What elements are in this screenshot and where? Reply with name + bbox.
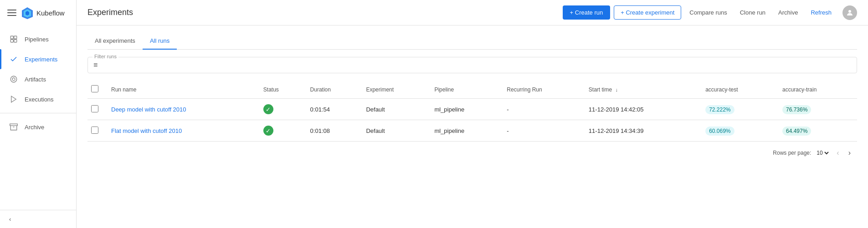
svg-rect-4: [14, 36, 17, 39]
sort-desc-icon: ↓: [616, 87, 618, 92]
th-pipeline[interactable]: Pipeline: [429, 81, 501, 99]
rows-per-page-select[interactable]: 10 5 20 50: [815, 149, 830, 157]
artifacts-icon: [9, 75, 18, 84]
sidebar-item-executions[interactable]: Executions: [0, 89, 76, 109]
svg-point-8: [10, 76, 17, 82]
sidebar-item-label-artifacts: Artifacts: [25, 76, 46, 83]
th-status[interactable]: Status: [258, 81, 305, 99]
clone-run-button[interactable]: Clone run: [735, 5, 770, 20]
kubeflow-logo-icon: [21, 6, 34, 19]
svg-marker-9: [11, 96, 16, 102]
tabs-bar: All experiments All runs: [87, 33, 857, 50]
compare-runs-button[interactable]: Compare runs: [685, 5, 731, 20]
run-name-link-2[interactable]: Flat model with cutoff 2010: [111, 127, 182, 134]
main-content: Experiments + Create run + Create experi…: [77, 0, 868, 228]
filter-bar[interactable]: Filter runs ≡: [87, 57, 857, 73]
td-duration-2: 0:01:08: [305, 120, 361, 142]
status-success-icon-2: ✓: [263, 126, 273, 136]
td-accuracy-test-1: 72.222%: [700, 99, 777, 120]
app-name: Kubeflow: [36, 9, 65, 17]
hamburger-icon[interactable]: [7, 10, 16, 16]
accuracy-train-chip-1: 76.736%: [782, 105, 811, 114]
sidebar-item-experiments[interactable]: Experiments: [0, 49, 76, 69]
sidebar-header: Kubeflow: [0, 0, 76, 25]
svg-point-12: [848, 10, 851, 13]
td-accuracy-train-1: 76.736%: [777, 99, 857, 120]
archive-icon: [9, 122, 18, 132]
td-pipeline-1: ml_pipeline: [429, 99, 501, 120]
table-header-row: Run name Status Duration Experiment Pipe: [87, 81, 857, 99]
td-check-1[interactable]: [87, 99, 106, 120]
tab-all-experiments[interactable]: All experiments: [87, 33, 143, 50]
tab-all-runs[interactable]: All runs: [143, 33, 177, 50]
td-run-name-1[interactable]: Deep model with cutoff 2010: [106, 99, 258, 120]
td-start-time-1: 11-12-2019 14:42:05: [583, 99, 700, 120]
td-recurring-2: -: [501, 120, 583, 142]
td-status-1: ✓: [258, 99, 305, 120]
sidebar-nav: Pipelines Experiments Artifacts: [0, 25, 76, 210]
logo: Kubeflow: [21, 6, 65, 19]
sidebar-item-archive[interactable]: Archive: [0, 117, 76, 137]
th-select-all[interactable]: [87, 81, 106, 99]
th-recurring-run[interactable]: Recurring Run: [501, 81, 583, 99]
archive-button[interactable]: Archive: [774, 5, 802, 20]
svg-rect-5: [10, 40, 13, 42]
experiments-icon: [9, 55, 18, 64]
user-avatar[interactable]: [842, 5, 857, 20]
pagination-prev-button[interactable]: ‹: [834, 147, 842, 159]
td-recurring-1: -: [501, 99, 583, 120]
th-run-name[interactable]: Run name: [106, 81, 258, 99]
td-experiment-2: Default: [360, 120, 429, 142]
table-row: Flat model with cutoff 2010 ✓ 0:01:08 De…: [87, 120, 857, 142]
th-start-time[interactable]: Start time ↓: [583, 81, 700, 99]
pagination-next-button[interactable]: ›: [846, 147, 853, 159]
svg-point-7: [12, 78, 15, 81]
nav-divider: [0, 113, 76, 113]
svg-rect-6: [14, 40, 17, 42]
td-start-time-2: 11-12-2019 14:34:39: [583, 120, 700, 142]
executions-icon: [9, 95, 18, 104]
filter-label: Filter runs: [92, 54, 118, 59]
top-actions: + Create run + Create experiment Compare…: [563, 5, 836, 20]
td-status-2: ✓: [258, 120, 305, 142]
td-check-2[interactable]: [87, 120, 106, 142]
row-checkbox-1[interactable]: [91, 105, 98, 112]
td-pipeline-2: ml_pipeline: [429, 120, 501, 142]
td-duration-1: 0:01:54: [305, 99, 361, 120]
collapse-icon: ‹: [9, 216, 11, 223]
pagination-bar: Rows per page: 10 5 20 50 ‹ ›: [87, 142, 857, 164]
sidebar-item-label-executions: Executions: [25, 96, 54, 103]
svg-rect-10: [10, 124, 18, 126]
td-accuracy-test-2: 60.069%: [700, 120, 777, 142]
td-experiment-1: Default: [360, 99, 429, 120]
pipelines-icon: [9, 35, 18, 44]
table-row: Deep model with cutoff 2010 ✓ 0:01:54 De…: [87, 99, 857, 120]
filter-icon: ≡: [93, 61, 98, 69]
sidebar-item-artifacts[interactable]: Artifacts: [0, 69, 76, 89]
td-accuracy-train-2: 64.497%: [777, 120, 857, 142]
th-accuracy-train[interactable]: accuracy-train: [777, 81, 857, 99]
sidebar: Kubeflow Pipelines Experiments: [0, 0, 77, 228]
th-duration[interactable]: Duration: [305, 81, 361, 99]
sidebar-item-label-pipelines: Pipelines: [25, 36, 49, 43]
runs-table: Run name Status Duration Experiment Pipe: [87, 81, 857, 142]
create-run-button[interactable]: + Create run: [563, 5, 611, 20]
page-title: Experiments: [87, 8, 133, 17]
accuracy-test-chip-1: 72.222%: [705, 105, 734, 114]
row-checkbox-2[interactable]: [91, 127, 98, 134]
sidebar-collapse-button[interactable]: ‹: [0, 210, 76, 228]
svg-rect-3: [10, 36, 13, 39]
runs-table-container: Run name Status Duration Experiment Pipe: [87, 81, 857, 142]
td-run-name-2[interactable]: Flat model with cutoff 2010: [106, 120, 258, 142]
sidebar-item-label-archive: Archive: [25, 124, 44, 131]
refresh-button[interactable]: Refresh: [806, 5, 836, 20]
th-accuracy-test[interactable]: accuracy-test: [700, 81, 777, 99]
th-experiment[interactable]: Experiment: [360, 81, 429, 99]
select-all-checkbox[interactable]: [91, 85, 98, 92]
run-name-link-1[interactable]: Deep model with cutoff 2010: [111, 106, 186, 113]
accuracy-test-chip-2: 60.069%: [705, 127, 734, 136]
create-experiment-button[interactable]: + Create experiment: [614, 5, 681, 20]
sidebar-item-label-experiments: Experiments: [25, 56, 57, 63]
sidebar-item-pipelines[interactable]: Pipelines: [0, 29, 76, 49]
content-area: All experiments All runs Filter runs ≡: [77, 25, 868, 228]
